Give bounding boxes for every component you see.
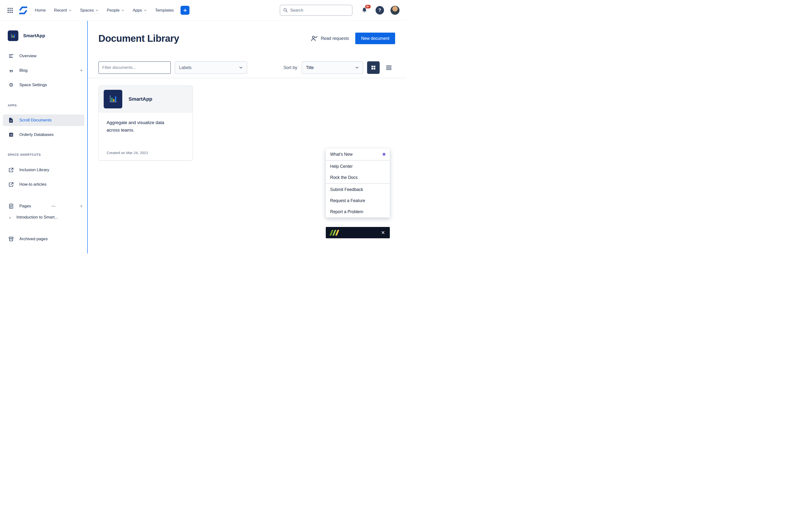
notifications-bell-icon[interactable]: 9+ (361, 7, 368, 14)
nav-apps[interactable]: Apps (133, 8, 147, 13)
sidebar-item-label: Inclusion Library (19, 168, 49, 172)
search-box (280, 5, 352, 16)
sidebar-item-scroll-documents[interactable]: Scroll Documents (3, 114, 84, 126)
menu-item-label: Report a Problem (330, 209, 363, 214)
sidebar-item-archived-pages[interactable]: Archived pages (0, 233, 87, 245)
help-button[interactable]: ? (375, 6, 384, 14)
nav-recent[interactable]: Recent (54, 8, 72, 13)
sort-dropdown[interactable]: Title (302, 61, 363, 74)
grid-view-icon (370, 65, 376, 70)
nav-people[interactable]: People (107, 8, 124, 13)
sort-dropdown-value: Title (306, 65, 314, 70)
create-button[interactable] (181, 6, 190, 15)
sidebar-item-space-settings[interactable]: ⚙ Space Settings (0, 79, 87, 91)
overview-icon (8, 53, 14, 59)
nav-label: Apps (133, 8, 142, 13)
shortcuts-section-header: SPACE SHORTCUTS (8, 153, 87, 157)
confluence-logo-icon[interactable] (19, 6, 28, 15)
sort-by-label: Sort by (284, 65, 297, 70)
menu-item-help-center[interactable]: Help Center (326, 161, 390, 172)
add-blog-post-button[interactable]: + (80, 68, 83, 73)
sidebar-item-how-to-articles[interactable]: How-to articles (0, 179, 87, 190)
page-title: Document Library (98, 33, 179, 44)
read-requests-label: Read requests (321, 36, 349, 41)
menu-item-label: Help Center (330, 164, 353, 169)
whats-new-banner: ✕ (326, 227, 390, 238)
document-card[interactable]: SmartApp Aggregate and visualize data ac… (98, 86, 193, 161)
document-card-created-date: Created on Mar 24, 2021 (107, 151, 148, 155)
sidebar-item-inclusion-library[interactable]: Inclusion Library (0, 164, 87, 176)
primary-nav: Home Recent Spaces People Apps Templates (35, 8, 174, 13)
close-icon[interactable]: ✕ (381, 230, 385, 235)
menu-group-whats-new: What's New (326, 149, 390, 160)
apps-section-header: APPS (8, 104, 87, 107)
help-popup-menu: What's New Help Center Rock the Docs Sub… (326, 149, 390, 218)
sidebar-item-label: Blog (19, 68, 28, 73)
user-avatar[interactable] (390, 6, 400, 15)
menu-group-help: Help Center Rock the Docs (326, 160, 390, 183)
list-view-toggle[interactable] (383, 61, 395, 74)
pages-more-actions-button[interactable]: ••• (52, 205, 56, 208)
nav-templates[interactable]: Templates (155, 8, 174, 13)
app-switcher-icon[interactable] (7, 7, 13, 14)
smartapp-logo-icon (8, 31, 18, 41)
sidebar-item-orderly-databases[interactable]: Orderly Databases (0, 129, 87, 140)
labels-dropdown[interactable]: Labels (175, 61, 247, 74)
nav-label: Home (35, 8, 46, 13)
menu-item-whats-new[interactable]: What's New (326, 149, 390, 160)
chevron-down-icon (68, 9, 72, 12)
smartapp-tile-icon (104, 90, 122, 108)
menu-item-report-a-problem[interactable]: Report a Problem (326, 206, 390, 217)
chevron-down-icon (355, 65, 359, 70)
menu-item-label: Submit Feedback (330, 187, 363, 192)
plus-icon (183, 8, 188, 13)
nav-spaces[interactable]: Spaces (80, 8, 99, 13)
new-document-button[interactable]: New document (355, 33, 395, 44)
grid-view-toggle[interactable] (367, 61, 379, 74)
sidebar-item-label: Orderly Databases (19, 132, 54, 137)
nav-label: Templates (155, 8, 174, 13)
menu-item-request-a-feature[interactable]: Request a Feature (326, 195, 390, 206)
menu-group-feedback: Submit Feedback Request a Feature Report… (326, 183, 390, 218)
new-indicator-dot (383, 153, 386, 156)
document-card-description: Aggregate and visualize data across team… (107, 119, 173, 134)
space-header[interactable]: SmartApp (0, 30, 87, 42)
nav-label: Spaces (80, 8, 94, 13)
gear-icon: ⚙ (8, 82, 14, 88)
person-check-icon (311, 35, 318, 42)
search-input[interactable] (280, 5, 352, 16)
sidebar-item-label: How-to articles (19, 182, 46, 187)
external-link-icon (8, 167, 14, 173)
top-navigation-bar: Home Recent Spaces People Apps Templates (0, 0, 406, 21)
chevron-right-icon[interactable]: › (9, 215, 14, 220)
question-mark-icon: ? (378, 8, 381, 13)
nav-home[interactable]: Home (35, 8, 46, 13)
sidebar-item-overview[interactable]: Overview (0, 50, 87, 62)
nav-label: People (107, 8, 120, 13)
menu-item-label: Request a Feature (330, 198, 365, 203)
menu-item-rock-the-docs[interactable]: Rock the Docs (326, 172, 390, 183)
notification-badge: 9+ (365, 4, 371, 9)
main-content: Document Library Read requests New docum… (88, 21, 406, 253)
sidebar-item-label: Pages (19, 204, 31, 209)
sidebar-item-label: Introduction to Smart... (16, 215, 58, 220)
chevron-down-icon (95, 9, 99, 12)
sidebar-item-label: Scroll Documents (19, 118, 51, 123)
chevron-down-icon (121, 9, 124, 12)
database-icon (8, 132, 14, 137)
archive-box-icon (8, 236, 14, 242)
document-card-header: SmartApp (99, 86, 193, 113)
sidebar-item-pages[interactable]: Pages ••• + (0, 201, 87, 212)
page-icon (8, 203, 14, 209)
document-icon (8, 117, 14, 123)
external-link-icon (8, 181, 14, 187)
sidebar-item-introduction-page[interactable]: › Introduction to Smart... (0, 212, 87, 223)
filter-documents-input[interactable] (98, 61, 171, 74)
search-icon (283, 7, 288, 14)
menu-item-submit-feedback[interactable]: Submit Feedback (326, 184, 390, 195)
read-requests-button[interactable]: Read requests (311, 35, 349, 42)
chevron-down-icon (239, 65, 243, 70)
add-page-button[interactable]: + (80, 204, 83, 209)
whats-new-slashes-icon (331, 230, 338, 236)
sidebar-item-blog[interactable]: ” Blog + (0, 65, 87, 76)
